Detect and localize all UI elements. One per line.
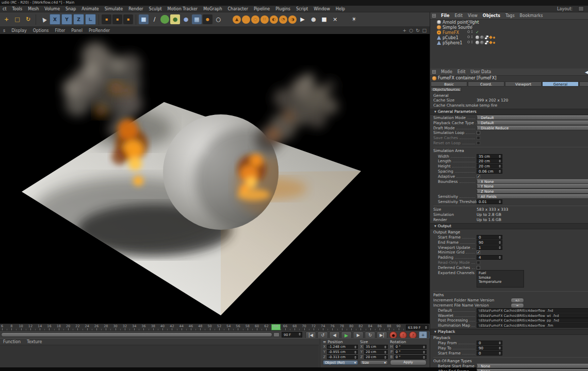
am-menu-user-data[interactable]: User Data [470,70,491,74]
tab-function[interactable]: Function [3,340,21,344]
array-grid-icon[interactable]: ▦ [192,14,202,24]
om-menu-bookmarks[interactable]: Bookmarks [520,13,543,18]
coord-dropdown-object-rel[interactable]: Object (Rel)▾ [323,360,358,365]
param-dropdown[interactable]: Default [477,115,588,120]
param-spinner-field[interactable]: 20 cm [477,164,502,168]
capsule-spline-icon[interactable]: ● [181,14,191,24]
viewport-menu-display[interactable]: Display [11,28,27,33]
menu-script[interactable]: Script [296,7,308,11]
viewport-render-dots[interactable] [471,41,472,43]
viewport-menu-filter[interactable]: Filter [55,28,66,33]
coord-field[interactable]: 0 ° [394,345,427,349]
param-path-field[interactable]: \\Ebla\FumeFX Caches\BRIS\c4dworflow_.fi… [477,323,588,328]
object-item-simple-source[interactable]: Simple Source [430,25,588,30]
spinner-arrows-icon[interactable] [498,241,501,244]
preview-range-bar[interactable] [1,332,272,337]
spinner-arrows-icon[interactable] [498,160,501,162]
enable-toggle-icon[interactable] [467,41,470,43]
param-checkbox[interactable] [477,261,480,264]
param-dropdown[interactable]: Default [477,121,588,125]
menu-animate[interactable]: Animate [81,7,99,11]
listbox-item-smoke[interactable]: Smoke [479,276,524,280]
arnold-icon-2[interactable] [242,15,250,24]
range-end-field[interactable]: 90 F [282,332,302,338]
selection-tool-icon[interactable]: ▲ [37,12,50,26]
spinner-arrows-icon[interactable] [498,342,501,344]
coord-field[interactable]: 20 cm [364,350,388,354]
spin-up-icon[interactable] [354,346,356,347]
light-icon[interactable]: ○ [214,14,223,24]
tab-simulation[interactable]: Simulation [579,81,588,87]
coord-dropdown-size[interactable]: Size▾ [360,360,388,365]
spin-down-icon[interactable] [354,352,356,353]
spin-down-icon[interactable] [384,352,386,353]
param-dropdown[interactable]: None [477,369,588,371]
spin-up-icon[interactable] [499,352,501,353]
tab-texture[interactable]: Texture [27,340,42,344]
increment-version-button[interactable]: +/- [511,298,524,303]
param-dropdown[interactable]: X None [477,179,588,184]
spin-down-icon[interactable] [499,157,501,158]
spinner-arrows-icon[interactable] [354,351,357,353]
coord-field[interactable]: 35 cm [364,345,388,349]
spinner-arrows-icon[interactable] [498,170,501,173]
enable-toggle-icon[interactable] [467,30,470,33]
spinner-arrows-icon[interactable] [424,326,428,329]
menu-mesh[interactable]: Mesh [28,7,39,11]
param-spinner-field[interactable]: 0 [477,341,502,345]
increment-version-button[interactable]: = [511,303,524,308]
panel-grid-icon[interactable] [432,70,436,74]
menu-window[interactable]: Window [314,7,330,11]
spin-up-icon[interactable] [499,236,501,237]
arnold-tag-icon[interactable] [489,41,493,44]
record-dot-icon[interactable]: ● [306,12,320,26]
object-item-pcube1[interactable]: pCube1 [430,35,588,40]
viewport-menu-options[interactable]: Options [33,28,49,33]
section-header-playback[interactable]: ▾Playback [430,329,588,335]
param-dropdown[interactable]: Disable Reduce [477,126,588,130]
spin-down-icon[interactable] [499,166,501,167]
apply-button[interactable]: Apply [390,360,427,365]
arnold-icon-7[interactable]: ◑ [288,15,297,24]
timeline-ruler[interactable]: 6810121416182022242628303234363840424446… [0,324,430,330]
om-menu-objects[interactable]: Objects [483,13,500,18]
menu-tools[interactable]: Tools [12,7,23,11]
param-spinner-field[interactable]: 20 cm [477,159,502,163]
smoothing-tag-icon[interactable] [476,36,479,39]
section-header-general-parameters[interactable]: ▾General Parameters [430,109,588,115]
subdivision-sphere-icon[interactable] [160,15,169,24]
spinner-arrows-icon[interactable] [498,352,501,355]
menu-plugins[interactable]: Plugins [275,7,290,11]
visibility-toggles[interactable] [467,36,472,38]
scale-tool-icon[interactable]: □ [12,14,22,24]
spin-down-icon[interactable] [499,348,501,349]
coordinate-system-icon[interactable]: ∟ [85,14,96,25]
om-menu-file[interactable]: File [441,13,449,18]
om-menu-view[interactable]: View [468,13,478,18]
spin-down-icon[interactable] [499,248,501,249]
viewport-menu-panel[interactable]: Panel [71,28,83,33]
am-menu-mode[interactable]: Mode [441,70,452,74]
spinner-arrows-icon[interactable] [384,356,387,359]
fcurve-area[interactable] [0,345,319,368]
spin-down-icon[interactable] [425,328,427,329]
spinner-arrows-icon[interactable] [498,155,501,158]
spin-up-icon[interactable] [423,351,425,352]
preview-range-handle[interactable] [273,332,280,337]
spinner-arrows-icon[interactable] [384,351,387,353]
menu-character[interactable]: Character [227,7,248,11]
spin-up-icon[interactable] [499,256,501,257]
param-spinner-field[interactable]: 35 cm [477,154,502,159]
x-axis-lock-icon[interactable]: X [50,14,60,25]
param-dropdown[interactable]: All Fields [477,194,588,199]
menu-sculpt[interactable]: Sculpt [149,7,162,11]
spin-up-icon[interactable] [354,356,356,357]
param-path-field[interactable]: \\Ebla\FumeFX Caches\BRIS\c4dworflow_.fx… [477,308,588,313]
spin-up-icon[interactable] [499,347,501,348]
listbox-item-temperature[interactable]: Temperature [479,280,524,284]
tab-viewport[interactable]: Viewport [505,81,542,87]
spin-up-icon[interactable] [499,246,501,247]
menu-ct[interactable]: ct [3,7,7,11]
tab-coord[interactable]: Coord. [468,81,504,87]
render-picture-viewer-icon[interactable]: ▪ [112,14,122,24]
